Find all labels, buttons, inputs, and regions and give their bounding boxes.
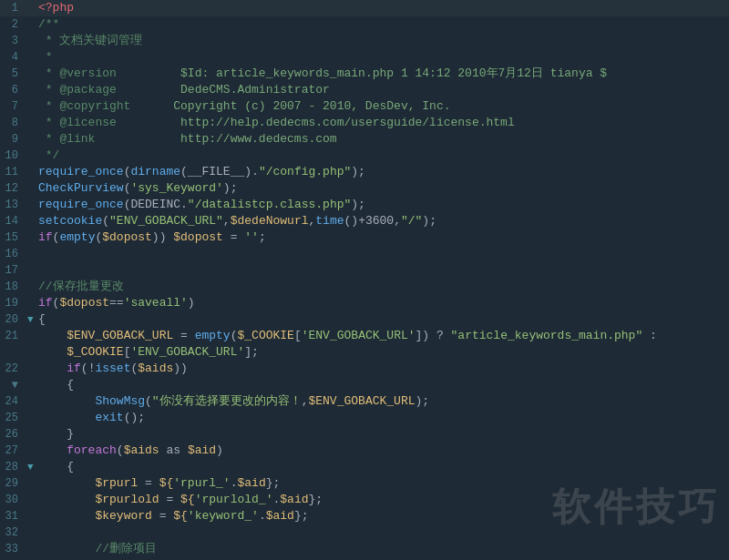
fold-indicator[interactable]: ▼: [27, 459, 38, 475]
table-row: 8 * @license http://help.dedecms.com/use…: [0, 115, 729, 131]
code-content: * @package DedeCMS.Administrator: [38, 82, 725, 98]
line-number: ▼: [0, 377, 27, 393]
line-number: 14: [0, 213, 27, 229]
code-content: $keyword = ${'keyword_'.$aid};: [38, 508, 725, 524]
line-number: 21: [0, 328, 27, 344]
table-row: 7 * @copyright Copyright (c) 2007 - 2010…: [0, 98, 729, 115]
table-row: 33 //删除项目: [0, 541, 729, 557]
table-row: 2/**: [0, 16, 729, 33]
code-content: * 文档关键词管理: [38, 33, 725, 49]
line-number: 5: [0, 66, 27, 82]
code-content: * @version $Id: article_keywords_main.ph…: [38, 66, 725, 82]
table-row: 27 foreach($aids as $aid): [0, 443, 729, 459]
line-number: 17: [0, 262, 27, 279]
line-number: 27: [0, 443, 27, 459]
code-content: require_once(dirname(__FILE__)."/config.…: [38, 164, 725, 180]
table-row: 19if($dopost=='saveall'): [0, 295, 729, 311]
table-row: 6 * @package DedeCMS.Administrator: [0, 82, 729, 98]
line-number: 29: [0, 475, 27, 492]
table-row: 31 $keyword = ${'keyword_'.$aid};: [0, 508, 729, 524]
line-number: 2: [0, 16, 27, 33]
line-number: 3: [0, 33, 27, 49]
code-editor: 1<?php2/**3 * 文档关键词管理4 *5 * @version $Id…: [0, 0, 729, 560]
fold-indicator[interactable]: ▼: [27, 311, 38, 328]
line-number: 10: [0, 148, 27, 164]
line-number: 22: [0, 361, 27, 377]
line-number: 4: [0, 49, 27, 66]
code-content: * @copyright Copyright (c) 2007 - 2010, …: [38, 98, 725, 115]
code-lines: 1<?php2/**3 * 文档关键词管理4 *5 * @version $Id…: [0, 0, 729, 560]
table-row: 18//保存批量更改: [0, 279, 729, 295]
line-number: 28: [0, 459, 27, 475]
code-content: *: [38, 49, 725, 66]
table-row: 21 $ENV_GOBACK_URL = empty($_COOKIE['ENV…: [0, 328, 729, 344]
table-row: 15if(empty($dopost)) $dopost = '';: [0, 229, 729, 246]
line-number: 24: [0, 393, 27, 410]
table-row: 4 *: [0, 49, 729, 66]
line-number: 15: [0, 229, 27, 246]
code-content: CheckPurview('sys_Keyword');: [38, 180, 725, 197]
line-number: 16: [0, 246, 27, 262]
code-content: if(!isset($aids)): [38, 361, 725, 377]
code-content: exit();: [38, 410, 725, 426]
code-content: ShowMsg("你没有选择要更改的内容！,$ENV_GOBACK_URL);: [38, 393, 725, 410]
code-content: {: [38, 311, 725, 328]
table-row: 3 * 文档关键词管理: [0, 33, 729, 49]
table-row: 17: [0, 262, 729, 279]
line-number: 30: [0, 492, 27, 508]
line-number: 32: [0, 524, 27, 541]
table-row: 28▼ {: [0, 459, 729, 475]
table-row: 26 }: [0, 426, 729, 443]
code-content: //保存批量更改: [38, 279, 725, 295]
code-content: * @link http://www.dedecms.com: [38, 131, 725, 148]
code-content: }: [38, 426, 725, 443]
line-number: 26: [0, 426, 27, 443]
code-content: foreach($aids as $aid): [38, 443, 725, 459]
table-row: 29 $rpurl = ${'rpurl_'.$aid};: [0, 475, 729, 492]
code-content: * @license http://help.dedecms.com/users…: [38, 115, 725, 131]
code-content: setcookie("ENV_GOBACK_URL",$dedeNowurl,t…: [38, 213, 725, 229]
line-number: 8: [0, 115, 27, 131]
code-content: require_once(DEDEINC."/datalistcp.class.…: [38, 197, 725, 213]
table-row: 14setcookie("ENV_GOBACK_URL",$dedeNowurl…: [0, 213, 729, 229]
table-row: 10 */: [0, 148, 729, 164]
code-content: {: [38, 377, 725, 393]
table-row: 25 exit();: [0, 410, 729, 426]
line-number: 9: [0, 131, 27, 148]
code-content: {: [38, 459, 725, 475]
code-content: if($dopost=='saveall'): [38, 295, 725, 311]
line-number: 18: [0, 279, 27, 295]
table-row: 5 * @version $Id: article_keywords_main.…: [0, 66, 729, 82]
table-row: 11require_once(dirname(__FILE__)."/confi…: [0, 164, 729, 180]
code-content: //删除项目: [38, 541, 725, 557]
code-content: $rpurlold = ${'rpurlold_'.$aid};: [38, 492, 725, 508]
table-row: 16: [0, 246, 729, 262]
line-number: 33: [0, 541, 27, 557]
line-number: 25: [0, 410, 27, 426]
table-row: $_COOKIE['ENV_GOBACK_URL'];: [0, 344, 729, 361]
table-row: 24 ShowMsg("你没有选择要更改的内容！,$ENV_GOBACK_URL…: [0, 393, 729, 410]
line-number: 20: [0, 311, 27, 328]
table-row: ▼ {: [0, 377, 729, 393]
table-row: 22 if(!isset($aids)): [0, 361, 729, 377]
line-number: 12: [0, 180, 27, 197]
table-row: 12CheckPurview('sys_Keyword');: [0, 180, 729, 197]
line-number: 13: [0, 197, 27, 213]
code-content: /**: [38, 16, 725, 33]
table-row: 13require_once(DEDEINC."/datalistcp.clas…: [0, 197, 729, 213]
line-number: 19: [0, 295, 27, 311]
code-content: $rpurl = ${'rpurl_'.$aid};: [38, 475, 725, 492]
code-content: <?php: [38, 0, 725, 16]
code-content: if(empty($dopost)) $dopost = '';: [38, 229, 725, 246]
table-row: 32: [0, 524, 729, 541]
line-number: 7: [0, 98, 27, 115]
table-row: 9 * @link http://www.dedecms.com: [0, 131, 729, 148]
line-number: 31: [0, 508, 27, 524]
line-number: 1: [0, 0, 27, 16]
line-number: 6: [0, 82, 27, 98]
code-content: $_COOKIE['ENV_GOBACK_URL'];: [38, 344, 725, 361]
code-content: */: [38, 148, 725, 164]
table-row: 1<?php: [0, 0, 729, 16]
table-row: 20▼{: [0, 311, 729, 328]
code-content: $ENV_GOBACK_URL = empty($_COOKIE['ENV_GO…: [38, 328, 725, 344]
